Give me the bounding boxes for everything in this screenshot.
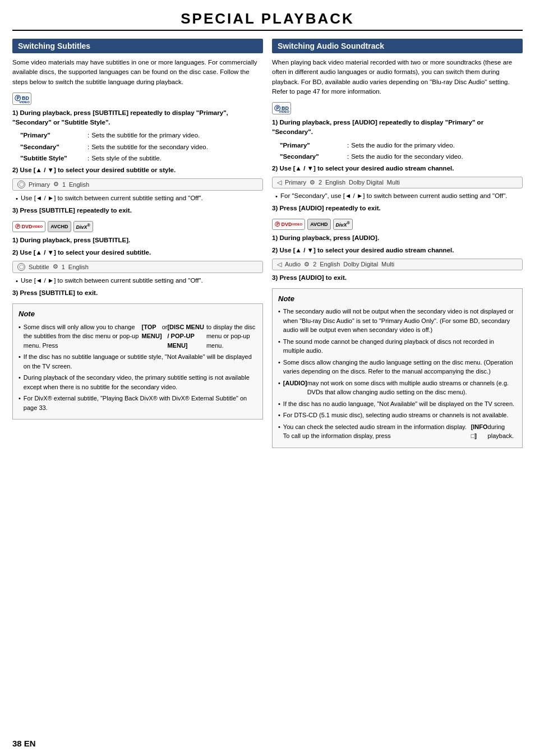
dvd-audio-step1: 1) During playback, press [AUDIO]. (272, 233, 523, 243)
audio-note-item-2: The sound mode cannot be changed during … (278, 337, 516, 356)
audio-note-box: Note The secondary audio will not be out… (272, 288, 523, 448)
dvd-display-subtitle: Subtitle (29, 264, 49, 270)
subtitles-note-box: Note Some discs will only allow you to c… (12, 303, 263, 420)
note-item-1: Some discs will only allow you to change… (19, 322, 257, 351)
dvd-audio-display-format: Dolby Digital (343, 261, 378, 268)
audio-def-primary-desc: Sets the audio for the primary video. (351, 140, 523, 150)
note-item-4: For DivX® external subtitle, "Playing Ba… (19, 394, 257, 412)
dvd-subtitles-step2: 2) Use [▲ / ▼] to select your desired su… (12, 248, 263, 257)
display-lang: English (69, 181, 89, 188)
dvd-audio-step3: 3) Press [AUDIO] to exit. (272, 273, 523, 283)
dvd-display-icon: ◯ (17, 263, 25, 271)
page-footer: 38 EN (12, 739, 36, 748)
bd-subtitles-step3: 3) Press [SUBTITLE] repeatedly to exit. (12, 206, 263, 215)
bd-logo-row-audio: Ⓟ BD VIDEO (272, 102, 523, 114)
bd-audio-display-arrow: ◁ (277, 179, 282, 186)
display-gear: ⚙ (53, 181, 59, 188)
bd-subtitles-step2: 2) Use [▲ / ▼] to select your desired su… (12, 165, 263, 175)
avchd-logo-audio: AVCHD (307, 219, 330, 230)
dvd-display-lang: English (68, 264, 89, 270)
left-column: Switching Subtitles Some video materials… (12, 39, 263, 420)
dvd-subtitles-bullets: • Use [◄ / ►] to switch between current … (16, 276, 263, 286)
def-secondary: "Secondary" : Sets the subtitle for the … (20, 142, 263, 152)
bd-audio-bullet1: • For "Secondary", use [◄ / ►] to switch… (275, 191, 523, 201)
bd-audio-display-multi: Multi (387, 179, 400, 186)
bd-subtitles-bullets: • Use [◄ / ►] to switch between current … (16, 193, 263, 204)
display-primary: Primary (29, 181, 50, 188)
page-title: SPECIAL PLAYBACK (12, 10, 523, 31)
bd-logo-subtitles: Ⓟ BD VIDEO (12, 93, 31, 105)
bd-subtitles-step1: 1) During playback, press [SUBTITLE] rep… (12, 108, 263, 128)
bd-audio-display-num: 2 (319, 179, 322, 186)
note-item-2: If the disc has no subtitle language or … (19, 352, 257, 371)
display-icon: ◯ (17, 181, 25, 188)
audio-def-primary-term: "Primary" (280, 140, 347, 150)
audio-note-item-6: For DTS-CD (5.1 music disc), selecting a… (278, 411, 516, 420)
dvd-audio-display-lang: English (320, 261, 340, 268)
def-primary: "Primary" : Sets the subtitle for the pr… (20, 130, 263, 140)
dvd-audio-display-audio: Audio (285, 261, 301, 268)
bd-audio-bullets: • For "Secondary", use [◄ / ►] to switch… (275, 191, 523, 201)
audio-note-item-4: [AUDIO] may not work on some discs with … (278, 379, 516, 397)
audio-note-item-5: If the disc has no audio language, "Not … (278, 399, 516, 409)
dvd-audio-display-num: 2 (313, 261, 316, 268)
audio-def-secondary: "Secondary" : Sets the audio for the sec… (280, 151, 523, 162)
def-secondary-term: "Secondary" (20, 142, 87, 152)
bd-audio-display-lang: English (325, 179, 345, 186)
def-secondary-desc: Sets the subtitle for the secondary vide… (91, 142, 263, 152)
dvd-logo: Ⓟ DVDVIDEO (12, 221, 45, 232)
def-subtitle-style-desc: Sets style of the subtitle. (91, 153, 263, 163)
note-item-3: During playback of the secondary video, … (19, 373, 257, 391)
bd-subtitles-display-box: ◯ Primary ⚙ 1 English (12, 178, 263, 191)
bd-audio-step1: 1) During playback, press [AUDIO] repeat… (272, 118, 523, 137)
audio-note-item-7: You can check the selected audio stream … (278, 422, 516, 441)
audio-def-secondary-term: "Secondary" (280, 151, 347, 162)
bd-logo-audio: Ⓟ BD VIDEO (272, 102, 291, 114)
audio-def-primary: "Primary" : Sets the audio for the prima… (280, 140, 523, 150)
dvd-display-gear: ⚙ (53, 263, 58, 270)
bd-audio-display-box: ◁ Primary ⚙ 2 English Dolby Digital Mult… (272, 177, 523, 188)
divx-logo: DivX® (73, 221, 93, 232)
def-subtitle-style: "Subtitle Style" : Sets style of the sub… (20, 153, 263, 163)
dvd-subtitles-display-box: ◯ Subtitle ⚙ 1 English (12, 261, 263, 273)
audio-note-list: The secondary audio will not be output w… (278, 307, 516, 441)
video-text: VIDEO (19, 100, 30, 104)
switching-subtitles-header: Switching Subtitles (12, 39, 263, 53)
subtitles-note-title: Note (19, 308, 257, 320)
video-text-audio: VIDEO (279, 110, 289, 113)
bd-audio-display-format: Dolby Digital (349, 179, 384, 186)
bd-audio-step2: 2) Use [▲ / ▼] to select your desired au… (272, 164, 523, 173)
main-content: Switching Subtitles Some video materials… (12, 39, 523, 448)
dvd-logos-row-audio: Ⓟ DVDVIDEO AVCHD DivX® (272, 219, 523, 230)
subtitles-intro: Some video materials may have subtitles … (12, 58, 263, 87)
def-subtitle-style-term: "Subtitle Style" (20, 153, 87, 163)
divx-logo-audio: DivX® (333, 219, 353, 230)
audio-def-secondary-desc: Sets the audio for the secondary video. (351, 151, 523, 162)
bd-audio-definitions: "Primary" : Sets the audio for the prima… (280, 140, 523, 162)
dvd-subtitles-step1: 1) During playback, press [SUBTITLE]. (12, 236, 263, 245)
def-primary-term: "Primary" (20, 130, 87, 140)
dvd-subtitles-step3: 3) Press [SUBTITLE] to exit. (12, 288, 263, 298)
avchd-logo: AVCHD (48, 221, 71, 232)
bd-logo-row-subtitles: Ⓟ BD VIDEO (12, 93, 263, 105)
dvd-logo-audio: Ⓟ DVDVIDEO (272, 219, 305, 230)
dvd-subtitles-bullet1: • Use [◄ / ►] to switch between current … (16, 276, 263, 286)
audio-intro: When playing back video material recorde… (272, 58, 523, 96)
dvd-audio-display-multi: Multi (381, 261, 394, 268)
dvd-audio-display-box: ◁ Audio ⚙ 2 English Dolby Digital Multi (272, 259, 523, 270)
bd-audio-display-primary: Primary (285, 179, 306, 186)
subtitles-note-list: Some discs will only allow you to change… (19, 322, 257, 413)
bd-audio-display-gear: ⚙ (310, 179, 315, 186)
page: SPECIAL PLAYBACK Switching Subtitles Som… (0, 0, 535, 756)
audio-note-title: Note (278, 293, 516, 305)
right-column: Switching Audio Soundtrack When playing … (272, 39, 523, 448)
dvd-display-num: 1 (62, 264, 65, 270)
display-num: 1 (62, 181, 66, 188)
bd-subtitles-bullet1: • Use [◄ / ►] to switch between current … (16, 193, 263, 204)
dvd-logos-row-subtitles: Ⓟ DVDVIDEO AVCHD DivX® (12, 221, 263, 232)
audio-note-item-3: Some discs allow changing the audio lang… (278, 358, 516, 376)
dvd-audio-display-gear: ⚙ (304, 261, 310, 268)
dvd-audio-step2: 2) Use [▲ / ▼] to select your desired au… (272, 246, 523, 255)
switching-audio-header: Switching Audio Soundtrack (272, 39, 523, 53)
bd-subtitles-definitions: "Primary" : Sets the subtitle for the pr… (20, 130, 263, 163)
